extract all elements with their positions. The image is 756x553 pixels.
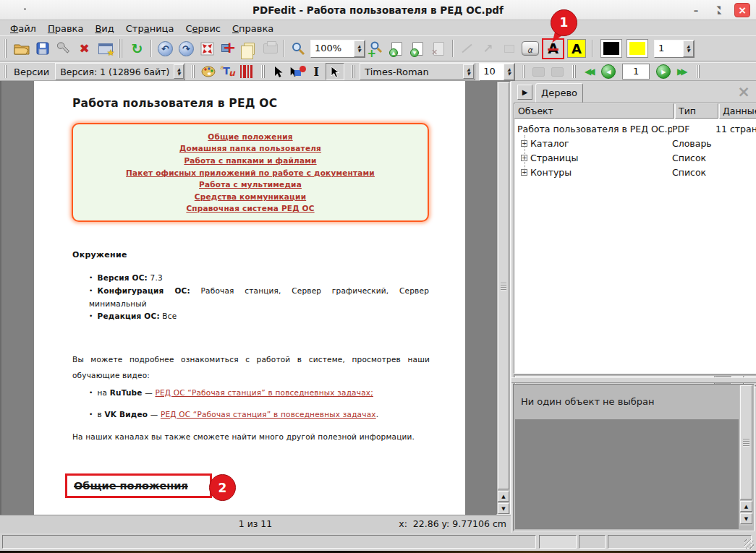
zoom-value[interactable]: 100%	[311, 40, 354, 57]
open-file-button[interactable]	[11, 38, 32, 59]
tools-button[interactable]	[53, 38, 74, 59]
font-size-spin-buttons[interactable]: ▲▼	[504, 64, 514, 80]
vk-video-link[interactable]: РЕД ОС “Рабочая станция” в повседневных …	[161, 410, 376, 419]
zoom-button[interactable]	[288, 38, 309, 59]
page-up-button[interactable]: ▲	[386, 38, 407, 59]
scroll-up-button[interactable]: ▲	[740, 501, 752, 512]
select-mode-button[interactable]	[269, 64, 288, 80]
menu-help[interactable]: Справка	[226, 22, 279, 35]
toc-link[interactable]: Пакет офисных приложений по работе с док…	[126, 168, 375, 177]
add-object-button[interactable]: +	[218, 38, 239, 59]
scroll-down-button[interactable]: ▼	[498, 503, 509, 514]
scroll-up-button[interactable]: ▲	[498, 491, 509, 502]
expander-icon[interactable]: +	[521, 140, 527, 147]
document-vscrollbar[interactable]: ▲ ▼	[496, 81, 511, 515]
toc-link[interactable]: Общие положения	[208, 132, 292, 141]
scrollbar-thumb[interactable]	[498, 82, 509, 489]
font-tool-button[interactable]: a T u	[218, 64, 237, 80]
highlight-text-button[interactable]: A	[567, 39, 586, 58]
tree-header-data[interactable]: Данные	[719, 103, 756, 119]
toc-link[interactable]: Домашняя папка пользователя	[179, 144, 321, 153]
tree-header-type[interactable]: Тип	[675, 103, 718, 119]
redo-button[interactable]: ↷	[176, 38, 197, 59]
save-button[interactable]	[32, 38, 53, 59]
toolbar-drag-handle[interactable]	[3, 65, 8, 78]
font-name-combobox[interactable]: Times-Roman ▲▼	[360, 63, 475, 80]
toc-link[interactable]: Справочная система РЕД ОС	[186, 204, 314, 213]
resize-grip[interactable]	[744, 539, 754, 549]
font-name-value: Times-Roman	[360, 67, 463, 77]
line-width-spin-buttons[interactable]: ▲▼	[683, 40, 694, 57]
text-select-mode-button[interactable]: I	[307, 64, 326, 80]
version-combobox[interactable]: Версия: 1 (12896 байт) ▲▼	[55, 63, 185, 80]
tree-header-object[interactable]: Объект	[514, 103, 674, 119]
tree-row-root[interactable]: Работа пользователя в РЕД ОС.pdf PDF 11 …	[514, 121, 756, 136]
zoom-in-button[interactable]: +	[365, 38, 386, 59]
minimize-button[interactable]: –	[688, 3, 704, 17]
toolbar-drag-handle[interactable]	[521, 65, 526, 78]
expander-icon[interactable]: +	[521, 169, 527, 176]
zoom-spin-buttons[interactable]: ▲▼	[354, 40, 365, 57]
tab-tree[interactable]: Дерево	[535, 83, 583, 103]
save-revision-button[interactable]: ★	[95, 38, 116, 59]
first-page-button[interactable]: ◀◀	[580, 64, 599, 80]
page-down-button[interactable]: ▼	[407, 38, 428, 59]
version-combo-arrows[interactable]: ▲▼	[174, 64, 184, 79]
menu-file[interactable]: Файл	[4, 22, 42, 35]
delete-button[interactable]: ✖	[74, 38, 95, 59]
next-view-button[interactable]	[548, 64, 566, 80]
reload-button[interactable]: ↻	[127, 38, 148, 59]
select-annotation-mode-button[interactable]	[288, 64, 307, 80]
draw-rect-button[interactable]	[498, 38, 519, 59]
font-combo-arrows[interactable]: ▲▼	[463, 64, 474, 79]
rutube-link[interactable]: РЕД ОС “Рабочая станция” в повседневных …	[155, 388, 373, 397]
panel-splitter[interactable]	[511, 377, 756, 383]
font-size-value[interactable]: 10	[480, 64, 504, 80]
toolbar-drag-handle[interactable]	[352, 65, 357, 78]
toolbar-drag-handle[interactable]	[191, 65, 196, 78]
menu-page[interactable]: Страница	[120, 22, 180, 35]
inspector-vscrollbar[interactable]: ▲ ▼	[739, 385, 753, 526]
lines-tool-button[interactable]	[237, 64, 255, 80]
color-tool-button[interactable]	[199, 64, 218, 80]
background-color-swatch[interactable]	[627, 39, 648, 58]
prev-view-button[interactable]	[529, 64, 548, 80]
print-button[interactable]	[260, 38, 281, 59]
undo-button[interactable]: ↶	[155, 38, 176, 59]
page-delete-button[interactable]: ✕	[428, 38, 449, 59]
tree-row-pages[interactable]: +Страницы Список	[514, 150, 715, 165]
pointer-mode-button-active[interactable]	[326, 63, 344, 80]
tab-scroll-arrow-button[interactable]: ▶	[517, 85, 532, 100]
toolbar-drag-handle[interactable]	[3, 39, 8, 58]
maximize-button[interactable]: ◥◣	[711, 3, 727, 17]
scrollbar-thumb[interactable]	[740, 385, 752, 500]
menu-edit[interactable]: Правка	[42, 22, 89, 35]
scroll-down-button[interactable]: ▼	[740, 513, 752, 524]
close-button[interactable]: ×	[734, 3, 750, 17]
insert-symbol-button[interactable]: α	[519, 38, 540, 59]
fit-window-button[interactable]	[197, 38, 218, 59]
menu-tools[interactable]: Сервис	[179, 22, 226, 35]
toolbar-drag-handle[interactable]	[261, 65, 266, 78]
line-width-value[interactable]: 1	[655, 40, 683, 57]
tree-row-outlines[interactable]: +Контуры Список	[514, 165, 715, 179]
tree-row-catalog[interactable]: +Каталог Словарь	[514, 136, 715, 150]
toc-link[interactable]: Средства коммуникации	[195, 192, 306, 201]
previous-page-button[interactable]: ◀	[599, 64, 618, 80]
last-page-button[interactable]: ▶▶	[673, 64, 692, 80]
draw-arrow-button[interactable]: ↗	[477, 38, 498, 59]
toolbar-drag-handle[interactable]	[572, 65, 577, 78]
foreground-color-swatch[interactable]	[600, 39, 622, 58]
toolbar-drag-handle[interactable]	[119, 39, 124, 58]
expander-icon[interactable]: +	[521, 155, 527, 161]
toc-link[interactable]: Работа с мультимедиа	[199, 180, 302, 189]
next-page-button[interactable]: ▶	[654, 64, 673, 80]
menu-view[interactable]: Вид	[89, 22, 119, 35]
versions-label: Версии	[14, 67, 49, 77]
draw-line-button[interactable]	[456, 38, 477, 59]
copy-pages-button[interactable]	[239, 38, 260, 59]
page-number-field[interactable]: 1	[622, 64, 650, 80]
toolbar-drag-handle[interactable]	[696, 65, 701, 78]
panel-close-button[interactable]: ×	[735, 84, 752, 100]
toc-link[interactable]: Работа с папками и файлами	[184, 156, 316, 165]
